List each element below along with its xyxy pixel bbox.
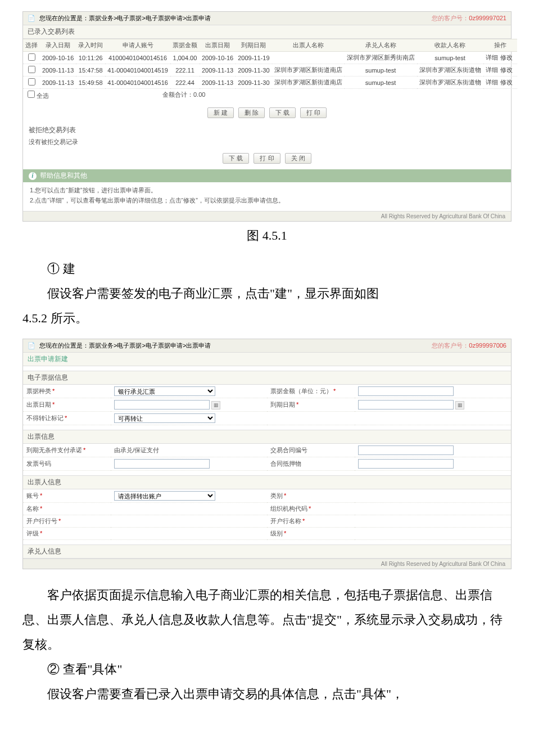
header-bar: 📄 您现在的位置是：票据业务>电子票据>电子票据申请>出票申请 您的客户号：0z… [23,12,511,25]
screenshot-2: 📄 您现在的位置是：票据业务>电子票据>电子票据申请>出票申请 您的客户号：0z… [22,339,512,569]
calendar-icon[interactable]: ▦ [211,401,220,410]
action-button[interactable]: 打 印 [300,107,327,118]
button-row-low: 下 载打 印关 闭 [23,147,511,169]
row-checkbox[interactable] [28,78,35,86]
table-header: 录入时间 [76,39,105,52]
issue-info-form: 到期无条件支付承诺* 由承兑/保证支付 交易合同编号 发票号码 合同抵押物 [23,444,511,471]
table-header: 录入日期 [40,39,76,52]
breadcrumb-2: 您现在的位置是：票据业务>电子票据>电子票据申请>出票申请 [39,342,211,349]
breadcrumb: 您现在的位置是：票据业务>电子票据>电子票据申请>出票申请 [39,15,211,21]
pledge-input[interactable] [358,459,454,469]
due-date-input[interactable] [358,400,454,410]
bill-type-select[interactable]: 银行承兑汇票 [114,386,215,396]
action-button[interactable]: 下 载 [223,153,249,164]
table-header: 票据金额 [170,39,200,52]
table-header: 申请人账号 [105,39,170,52]
document-body-1: ① 建 假设客户需要签发的电子商业汇票，点击"建"，显示界面如图 4.5.2 所… [0,256,534,331]
doc2-p3: 假设客户需要查看已录入出票申请交易的具体信息，点击"具体"， [22,682,512,706]
footer-bar: All Rights Reserved by Agricultural Bank… [23,211,511,221]
action-button[interactable]: 关 闭 [285,153,311,164]
no-rejected-msg: 没有被拒交易记录 [23,137,511,147]
table-row: 2009-11-1315:49:5841-000401040014516222.… [23,76,517,89]
op-link[interactable]: 修改 [500,79,513,86]
row-checkbox[interactable] [28,66,35,73]
total-row: 全选 金额合计：0.00 [23,89,511,102]
calendar-icon[interactable]: ▦ [455,401,464,410]
op-link[interactable]: 详细 [486,54,498,61]
step-1-marker: ① 建 [47,262,75,276]
action-button[interactable]: 下 载 [269,107,296,118]
table-header: 出票日期 [200,39,236,52]
drawer-account-select[interactable]: 请选择转出账户 [114,491,215,501]
op-link[interactable]: 修改 [500,66,513,73]
section-drawer-info: 出票人信息 [23,475,511,489]
table-header: 选择 [23,39,40,52]
table-header: 出票人名称 [272,39,345,52]
op-link[interactable]: 修改 [500,54,513,61]
tab-new-apply[interactable]: 出票申请新建 [23,352,511,366]
info-icon: i [29,172,37,180]
breadcrumb-icon: 📄 [28,15,35,22]
tip-line: 2.点击“详细”，可以查看每笔出票申请的详细信息；点击“修改”，可以依据提示出票… [30,196,504,206]
figure-caption-1: 图 4.5.1 [0,227,534,244]
table-header: 到期日期 [236,39,271,52]
invoice-input[interactable] [114,459,210,469]
bill-info-form: 票据种类* 银行承兑汇票 票据金额（单位：元）* 出票日期* ▦ 到期日期* ▦… [23,385,511,425]
customer-id: 您的客户号：0z999997021 [432,14,506,22]
document-body-2: 客户依据页面提示信息输入电子商业汇票的相关信息，包括电子票据信息、出票信息、出票… [0,583,534,706]
entered-table: 选择录入日期录入时间申请人账号票据金额出票日期到期日期出票人名称承兑人名称收款人… [23,39,517,89]
doc-p3: 4.5.2 所示。 [22,306,512,331]
row-checkbox[interactable] [28,53,35,61]
tips-header: i 帮助信息和其他 [23,169,511,182]
customer-id-2: 您的客户号：0z999997006 [432,341,506,350]
header-bar-2: 📄 您现在的位置是：票据业务>电子票据>电子票据申请>出票申请 您的客户号：0z… [23,339,511,352]
op-link[interactable]: 详细 [486,79,498,86]
breadcrumb-icon: 📄 [28,342,35,349]
section-acceptor-info: 承兑人信息 [23,544,511,559]
table-header: 承兑人名称 [345,39,417,52]
select-all-checkbox[interactable] [28,91,35,98]
section-rejected-title: 被拒绝交易列表 [23,124,511,137]
action-button[interactable]: 删 除 [238,107,265,118]
screenshot-1: 📄 您现在的位置是：票据业务>电子票据>电子票据申请>出票申请 您的客户号：0z… [22,11,512,222]
table-row: 2009-10-1610:11:26410004010400145161,004… [23,52,517,64]
section-issue-info: 出票信息 [23,430,511,444]
action-button[interactable]: 新 建 [207,107,234,118]
action-button[interactable]: 打 印 [254,153,280,164]
table-header: 操作 [483,39,517,52]
section-bill-info: 电子票据信息 [23,371,511,385]
op-link[interactable]: 详细 [486,66,498,73]
section-entered-title: 已录入交易列表 [23,25,511,39]
drawer-info-form: 账号* 请选择转出账户 类别* 名称* 组织机构代码* 开户行行号* 开户行名称… [23,489,511,540]
table-row: 2009-11-1315:47:5841-000401040014519222.… [23,64,517,76]
table-header: 收款人名称 [417,39,483,52]
tip-line: 1.您可以点击“新建”按钮，进行出票申请界面。 [30,186,504,196]
issue-date-input[interactable] [114,400,210,410]
tips-body: 1.您可以点击“新建”按钮，进行出票申请界面。2.点击“详细”，可以查看每笔出票… [23,182,511,211]
footer-bar-2: All Rights Reserved by Agricultural Bank… [23,559,511,569]
doc-p2: 假设客户需要签发的电子商业汇票，点击"建"，显示界面如图 [22,281,512,306]
button-row-mid: 新 建删 除下 载打 印 [23,102,511,124]
doc2-p1: 客户依据页面提示信息输入电子商业汇票的相关信息，包括电子票据信息、出票信息、出票… [22,583,512,657]
contract-input[interactable] [358,446,454,455]
no-transfer-select[interactable]: 可再转让 [114,413,215,423]
doc2-p2: ② 查看"具体" [22,657,512,682]
amount-input[interactable] [358,386,454,396]
